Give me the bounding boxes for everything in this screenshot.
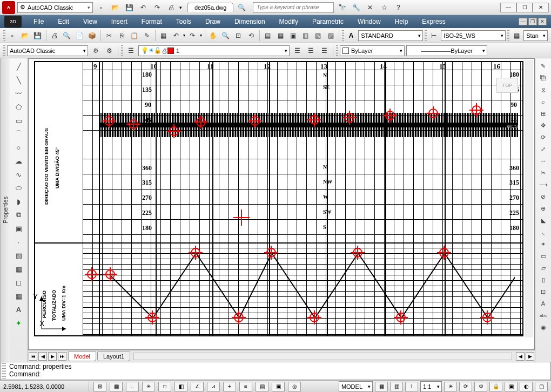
tool5-icon[interactable]: A [537, 298, 549, 309]
grid-toggle[interactable]: ▦ [110, 382, 123, 391]
workspace2-dropdown[interactable]: AutoCAD Classic [7, 45, 88, 56]
tab-model[interactable]: Model [68, 352, 96, 361]
anno-scale-icon[interactable]: ⟟ [405, 382, 418, 391]
dc-icon[interactable]: ▦ [275, 30, 286, 42]
zoom-prev-icon[interactable]: ⟲ [245, 30, 256, 42]
qview-layouts[interactable]: ▦ [375, 382, 388, 391]
anno-scale[interactable]: 1:1 [420, 381, 442, 392]
markup-icon[interactable]: ▧ [313, 30, 324, 42]
polar-toggle[interactable]: ✳ [142, 382, 155, 391]
cmd-prompt[interactable]: Command: [9, 370, 547, 378]
command-line[interactable]: Command: properties Command: [0, 362, 551, 380]
ortho-toggle[interactable]: ∟ [126, 382, 139, 391]
anno-auto[interactable]: ⟳ [459, 382, 472, 391]
tablestyle-dropdown[interactable]: Stan [523, 30, 548, 41]
tab-next[interactable]: ▶ [48, 352, 57, 361]
bedit-icon[interactable]: ▦ [158, 30, 169, 42]
match-icon[interactable]: ✎ [141, 30, 152, 42]
redo-icon[interactable]: ↷ [151, 2, 163, 13]
hscrollbar[interactable] [133, 353, 512, 360]
maximize-button[interactable]: ☐ [516, 3, 533, 12]
array-icon[interactable]: ⊞ [537, 108, 549, 119]
ws-my-icon[interactable]: ⚙ [103, 45, 115, 57]
mtext-icon[interactable]: A [12, 303, 25, 315]
tab-first[interactable]: ⏮ [29, 352, 37, 361]
mirror-icon[interactable]: ⧖ [537, 84, 549, 95]
3ddwf-icon[interactable]: 📦 [86, 30, 97, 42]
addselected-icon[interactable]: ✦ [12, 317, 25, 329]
copy2-icon[interactable]: ⿻ [537, 72, 549, 83]
tool7-icon[interactable]: ◉ [537, 322, 549, 333]
snap-toggle[interactable]: ⊞ [93, 382, 106, 391]
hscroll-left[interactable]: ◀ [516, 352, 525, 361]
tpy-toggle[interactable]: ▤ [256, 382, 268, 391]
xline-icon[interactable]: ╲ [12, 74, 25, 86]
properties-palette-handle[interactable]: Properties [0, 58, 10, 362]
arc-icon[interactable]: ⌒ [12, 128, 25, 140]
anno-vis[interactable]: ☀ [444, 382, 457, 391]
help-icon[interactable]: ? [392, 2, 404, 13]
lwt-toggle[interactable]: ≡ [239, 382, 252, 391]
layer-props-icon[interactable]: ☰ [125, 45, 137, 57]
layer-iso-icon[interactable]: ☰ [305, 45, 317, 57]
block-icon[interactable]: ▣ [12, 222, 25, 234]
dimstyle-dropdown[interactable]: ISO-25_WS [441, 30, 506, 41]
app-icon[interactable]: A [2, 1, 15, 14]
qnew-icon[interactable]: ▫ [7, 30, 18, 42]
file-tab[interactable]: dez05a.dwg [187, 3, 233, 12]
dimstyle-icon[interactable]: ⊢ [428, 30, 439, 42]
qview-drawings[interactable]: ▥ [390, 382, 403, 391]
ellipse-icon[interactable]: ⬭ [12, 182, 25, 194]
menu-draw[interactable]: Draw [199, 16, 227, 27]
tool3-icon[interactable]: ▯ [537, 274, 549, 285]
textstyle-dropdown[interactable]: STANDARD [358, 30, 423, 41]
explode-icon[interactable]: ✶ [537, 239, 549, 249]
menu-modify[interactable]: Modify [273, 16, 305, 27]
zoom-rt-icon[interactable]: 🔍 [220, 30, 231, 42]
vscrollbar[interactable] [526, 60, 533, 337]
polygon-icon[interactable]: ⬠ [12, 101, 25, 113]
menu-edit[interactable]: Edit [51, 16, 76, 27]
paste-icon[interactable]: 📋 [129, 30, 139, 42]
line-icon[interactable]: ╱ [12, 60, 25, 72]
menu-parametric[interactable]: Parametric [306, 16, 350, 27]
open2-icon[interactable]: 📂 [19, 30, 30, 42]
binoculars-icon[interactable]: 🔭 [336, 2, 348, 13]
offset-icon[interactable]: ⌕ [537, 96, 549, 107]
3dosnap-toggle[interactable]: ◧ [174, 382, 187, 391]
isolate[interactable]: ◐ [520, 382, 533, 391]
minimize-button[interactable]: — [500, 3, 516, 12]
extend-icon[interactable]: ⟶ [537, 179, 549, 190]
chamfer-icon[interactable]: ◣ [537, 215, 549, 226]
cut-icon[interactable]: ✂ [104, 30, 115, 42]
zoom-win-icon[interactable]: ⊡ [233, 30, 244, 42]
tab-prev[interactable]: ◀ [38, 352, 47, 361]
print-icon[interactable]: 🖨 [165, 2, 177, 13]
point-icon[interactable]: · [12, 236, 25, 248]
circle-icon[interactable]: ○ [12, 141, 25, 153]
save2-icon[interactable]: 💾 [32, 30, 43, 42]
hscroll-right[interactable]: ▶ [526, 352, 534, 361]
undo-icon[interactable]: ↶ [137, 2, 149, 13]
logo-3d[interactable]: 3D [4, 16, 22, 28]
star-icon[interactable]: ☆ [378, 2, 390, 13]
otrack-toggle[interactable]: ∠ [191, 382, 204, 391]
tab-layout1[interactable]: Layout1 [97, 352, 130, 361]
exchange-icon[interactable]: ✕ [364, 2, 376, 13]
linetype-dropdown[interactable]: ————— ByLayer [406, 45, 487, 56]
menu-format[interactable]: Format [135, 16, 169, 27]
close-button[interactable]: ✕ [533, 3, 549, 12]
pline-icon[interactable]: 〰 [12, 87, 25, 99]
revcloud-icon[interactable]: ☁ [12, 155, 25, 167]
osnap-toggle[interactable]: □ [158, 382, 171, 391]
hardware-accel[interactable]: ▣ [505, 382, 518, 391]
gradient-icon[interactable]: ▦ [12, 263, 25, 275]
layer-state-icon[interactable]: ☰ [291, 45, 303, 57]
hatch-icon[interactable]: ▨ [12, 249, 25, 261]
clean-screen[interactable]: ▢ [535, 382, 548, 391]
layer-dropdown[interactable]: 💡☀🔓🖨 1 [138, 45, 290, 56]
menu-dimension[interactable]: Dimension [228, 16, 272, 27]
mdi-minimize[interactable]: — [519, 18, 527, 25]
fillet-icon[interactable]: ◟ [537, 227, 549, 238]
menu-window[interactable]: Window [351, 16, 387, 27]
